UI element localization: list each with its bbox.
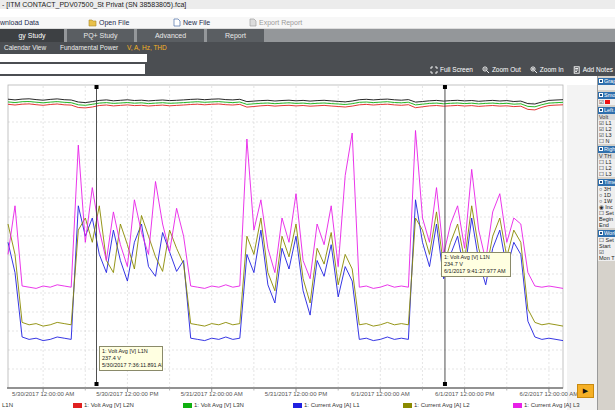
series-color-swatch [605, 100, 610, 104]
add-notes-icon [573, 66, 581, 74]
tab-advanced[interactable]: Advanced [137, 29, 204, 42]
collapse-icon[interactable] [599, 231, 603, 235]
panel-section-right-axis[interactable]: Right Axis [598, 146, 615, 153]
collapse-icon[interactable] [599, 79, 603, 83]
panel-section-title: Right Axis [604, 146, 615, 152]
legend-label: 1: Volt Avg [V] L2N [84, 402, 134, 408]
legend-item-1-current-avg-a-l3: 1: Current Avg [A] L3 [513, 402, 580, 410]
menu-bar [0, 9, 615, 17]
toolbar-open-file[interactable]: Open File [88, 17, 129, 29]
collapse-icon[interactable] [599, 180, 603, 184]
new-file-icon [172, 18, 181, 27]
cursor-bottom-marker[interactable] [443, 382, 447, 386]
file-toolbar: wnload DataOpen FileNew FileExport Repor… [0, 17, 615, 29]
left-field-row-1: table [0, 53, 615, 63]
collapse-icon[interactable] [599, 147, 603, 151]
full-screen-icon [430, 66, 438, 74]
zoom-in-button[interactable]: Zoom In [530, 63, 564, 76]
viewmenu-calendar-view[interactable]: Calendar View [4, 42, 46, 53]
toolbar-label-open-file: Open File [99, 19, 129, 26]
callout-series: 1: Volt Avg [V] L1N [102, 348, 160, 355]
ribbon-tab-strip: gy StudyPQ+ StudyAdvancedReport [0, 29, 615, 42]
tab-pq-study[interactable]: PQ+ Study [67, 29, 134, 42]
callout-timestamp: 6/1/2017 9:41:27.977 AM [444, 268, 508, 275]
panel-section-graph[interactable]: Graph [598, 78, 615, 85]
panel-row-end: End [598, 222, 615, 228]
panel-row-label: Mon T [599, 255, 615, 261]
panel-section-title: Time [604, 179, 615, 185]
export-report-icon [248, 18, 257, 27]
legend-label: 1: Current Avg [A] L1 [304, 402, 360, 408]
zoom-in-icon [530, 66, 538, 74]
x-axis-label: 5/30/2017 12:00:00 PM [85, 391, 169, 397]
collapse-icon[interactable] [599, 93, 603, 97]
main-area: ▶ 1: Volt Avg [V] L1N237.4 V5/30/2017 7:… [0, 76, 615, 410]
callout-series: 1: Volt Avg [V] L1N [444, 254, 508, 261]
collapse-icon[interactable] [599, 108, 603, 112]
empty-field[interactable] [0, 64, 145, 74]
x-axis-label: 6/1/2017 12:00:00 AM [338, 391, 422, 397]
open-file-icon [88, 18, 97, 27]
callout-value: 234.7 V [444, 261, 508, 268]
cursor-bottom-marker[interactable] [95, 382, 99, 386]
add-notes-button[interactable]: Add Notes [573, 63, 613, 76]
panel-section-left-axis[interactable]: Left Axis [598, 107, 615, 114]
cursor-top-marker[interactable] [443, 85, 447, 89]
chart-toolbar: Full ScreenZoom OutZoom InAdd Notes [430, 63, 613, 76]
panel-section-smoo[interactable]: Smoo [598, 92, 615, 99]
x-axis-label: 5/31/2017 12:00:00 AM [170, 391, 254, 397]
add-notes-label: Add Notes [583, 63, 613, 76]
scroll-right-button[interactable]: ▶ [577, 384, 594, 398]
x-axis-label: 6/1/2017 12:00:00 PM [423, 391, 507, 397]
panel-row-spacer [598, 85, 615, 90]
cursor-callout-1[interactable]: 1: Volt Avg [V] L1N237.4 V5/30/2017 7:36… [99, 346, 163, 371]
panel-row-l3[interactable]: ☐ L3 [598, 171, 615, 177]
legend-label: 1: Volt Avg [V] L3N [194, 402, 244, 408]
panel-row-label: L3 [604, 171, 612, 177]
cursor-callout-2[interactable]: 1: Volt Avg [V] L1N234.7 V6/1/2017 9:41:… [441, 252, 511, 277]
toolbar-label-export-report: Export Report [259, 19, 302, 26]
settings-panel: GraphSmoo☑Left AxisVolt☑ L1☑ L2☑ L3☐ NRi… [597, 76, 615, 410]
legend-item-1-current-avg-a-l1: 1: Current Avg [A] L1 [293, 402, 360, 410]
legend-item-l1n: L1N [2, 402, 13, 410]
toolbar-new-file[interactable]: New File [172, 17, 210, 29]
legend-label: L1N [2, 402, 13, 408]
panel-row-n[interactable]: ☐ N [598, 138, 615, 144]
panel-section-work[interactable]: Work [598, 230, 615, 237]
panel-row-1[interactable]: ☑ [598, 99, 615, 105]
panel-row-label: N [604, 138, 610, 144]
toolbar-export-report: Export Report [248, 17, 302, 29]
x-axis-label: 5/31/2017 12:00:00 PM [254, 391, 338, 397]
left-field-row-2: Full ScreenZoom OutZoom InAdd Notes [0, 63, 615, 76]
panel-row-label: End [599, 222, 609, 228]
full-screen-button[interactable]: Full Screen [430, 63, 473, 76]
legend-swatch [183, 403, 192, 408]
legend-item-1-current-avg-a-l2: 1: Current Avg [A] L2 [403, 402, 470, 410]
tab-gy-study[interactable]: gy Study [0, 29, 64, 42]
panel-section-title: Smoo [604, 92, 615, 98]
toolbar-wnload-data[interactable]: wnload Data [0, 17, 39, 29]
viewmenu-v-a-hz-thd[interactable]: V, A, Hz, THD [127, 42, 167, 53]
legend-item-1-volt-avg-v-l3n: 1: Volt Avg [V] L3N [183, 402, 244, 410]
legend-swatch [293, 403, 302, 408]
zoom-out-icon [482, 66, 490, 74]
view-menu-bar: Calendar ViewFundamental PowerV, A, Hz, … [0, 42, 615, 53]
viewmenu-fundamental-power[interactable]: Fundamental Power [60, 42, 118, 53]
callout-value: 237.4 V [102, 355, 160, 362]
chart-right-gutter [567, 85, 597, 410]
panel-section-time[interactable]: Time [598, 179, 615, 186]
legend-item-1-volt-avg-v-l2n: 1: Volt Avg [V] L2N [73, 402, 134, 410]
panel-section-title: Work [604, 230, 615, 236]
cursor-top-marker[interactable] [95, 85, 99, 89]
legend-swatch [513, 403, 522, 408]
zoom-in-label: Zoom In [540, 63, 564, 76]
tab-report[interactable]: Report [207, 29, 264, 42]
waveform-chart[interactable] [0, 76, 597, 410]
checkbox-icon[interactable]: ☑ [599, 99, 604, 105]
zoom-out-button[interactable]: Zoom Out [482, 63, 521, 76]
panel-section-title: Graph [604, 78, 615, 84]
app-window: - [ITM CONTACT_PDV07500_St Privat (SN 38… [0, 0, 615, 410]
toolbar-label-wnload-data: wnload Data [0, 19, 39, 26]
toolbar-label-new-file: New File [183, 19, 210, 26]
table-link-box[interactable]: table [0, 54, 147, 62]
